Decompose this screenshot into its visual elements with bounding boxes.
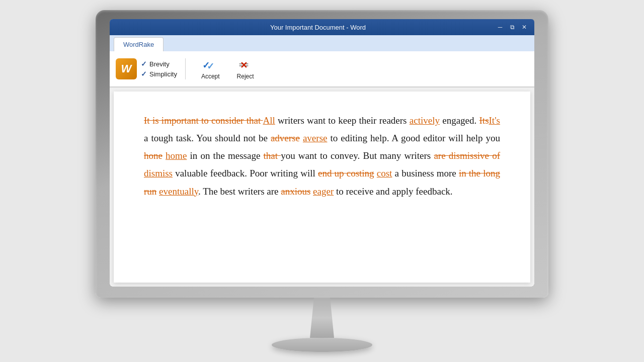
window-controls: ─ ⧉ ✕ — [496, 23, 528, 31]
tracked-ins-averse: averse — [303, 133, 328, 143]
window-title: Your Important Document - Word — [140, 24, 496, 31]
tracked-ins-cost: cost — [377, 168, 392, 178]
reject-label: Reject — [237, 73, 254, 80]
tab-wordrake[interactable]: WordRake — [114, 37, 164, 51]
title-bar: Your Important Document - Word ─ ⧉ ✕ — [110, 19, 534, 35]
document-text: It is important to consider that All wri… — [144, 112, 500, 200]
word-window: Your Important Document - Word ─ ⧉ ✕ Wor… — [110, 19, 534, 287]
tracked-ins-eventually: eventually — [159, 186, 198, 197]
close-button[interactable]: ✕ — [520, 23, 528, 31]
tracked-del-its: Its — [479, 115, 489, 126]
tracked-ins-dismiss: dismiss — [144, 168, 173, 178]
tracked-del-that: that — [264, 150, 281, 161]
simplicity-label: Simplicity — [149, 70, 177, 78]
simplicity-check-icon: ✓ — [141, 70, 147, 78]
accept-button[interactable]: ✓ ✓ Accept — [194, 54, 227, 83]
svg-text:✓: ✓ — [207, 61, 214, 71]
tracked-ins-home: home — [166, 150, 187, 161]
reject-button[interactable]: ✕ Reject — [229, 54, 262, 83]
brevity-label: Brevity — [149, 60, 170, 68]
tracked-ins-its: It's — [489, 115, 500, 126]
simplicity-checkbox[interactable]: ✓ Simplicity — [141, 70, 177, 78]
reject-icon: ✕ — [237, 58, 254, 72]
tracked-del-hone: hone — [144, 150, 163, 161]
tracked-del-anxious: anxious — [281, 186, 310, 197]
accept-icon: ✓ ✓ — [202, 58, 218, 72]
monitor-bezel: Your Important Document - Word ─ ⧉ ✕ Wor… — [96, 10, 548, 298]
ribbon: WordRake W ✓ Brevity — [110, 35, 534, 87]
document-content-area: It is important to consider that All wri… — [110, 87, 534, 287]
svg-text:✕: ✕ — [240, 60, 248, 70]
monitor-stand-neck — [302, 298, 342, 338]
tracked-ins-eager: eager — [313, 186, 334, 197]
ribbon-actions: ✓ ✓ Accept — [194, 54, 262, 83]
monitor-stand-base — [272, 338, 372, 352]
tracked-ins-actively: actively — [410, 115, 440, 126]
tracked-del-costing: end up costing — [318, 168, 374, 178]
accept-label: Accept — [201, 73, 220, 80]
monitor-screen: Your Important Document - Word ─ ⧉ ✕ Wor… — [110, 19, 534, 287]
wordrake-icon: W — [116, 58, 137, 79]
tracked-del-adverse: adverse — [271, 133, 300, 143]
ribbon-tab-bar: WordRake — [110, 35, 534, 51]
ribbon-content: W ✓ Brevity ✓ Simplicity — [110, 51, 534, 87]
tracked-del-dismissive: are dismissive of — [434, 150, 500, 161]
monitor: Your Important Document - Word ─ ⧉ ✕ Wor… — [96, 10, 548, 352]
wordrake-checkboxes: ✓ Brevity ✓ Simplicity — [141, 60, 177, 78]
brevity-check-icon: ✓ — [141, 60, 147, 68]
brevity-checkbox[interactable]: ✓ Brevity — [141, 60, 177, 68]
minimize-button[interactable]: ─ — [496, 23, 504, 31]
tracked-ins: All — [263, 115, 275, 126]
wordrake-logo-section: W ✓ Brevity ✓ Simplicity — [116, 58, 186, 79]
tracked-del: It is important to consider that — [144, 115, 263, 126]
restore-button[interactable]: ⧉ — [508, 23, 516, 31]
document-page: It is important to consider that All wri… — [114, 92, 530, 283]
